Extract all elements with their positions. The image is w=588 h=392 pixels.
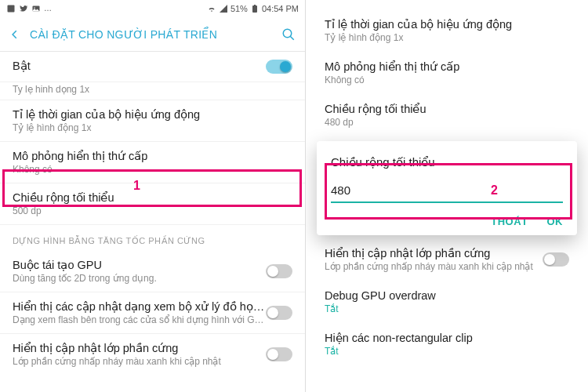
gpu-overdraw-row[interactable]: Debug GPU overdraw Tắt [306, 281, 588, 323]
non-rect-clip-row[interactable]: Hiện các non-rectangular clip Tắt [306, 323, 588, 365]
hw-layer-toggle[interactable] [266, 347, 292, 361]
left-screenshot: … 51% 04:54 PM CÀI ĐẶT CHO NGƯỜI PHÁT TR… [0, 0, 306, 392]
master-toggle-label: Bật [13, 60, 266, 72]
dialog-title: Chiều rộng tối thiểu [331, 155, 563, 169]
hw-layer-toggle-r[interactable] [543, 252, 569, 267]
force-gpu-row[interactable]: Buộc tái tạo GPU Dùng tăng tốc 2D trong … [0, 251, 305, 292]
gpu-view-updates-row[interactable]: Hiển thị các cập nhật dạng xem bộ xử lý … [0, 292, 305, 334]
svg-line-6 [290, 36, 294, 40]
svg-rect-4 [254, 5, 256, 5]
hw-layer-updates-row[interactable]: Hiển thị cập nhật lớp phần cứng Lớp phần… [0, 334, 305, 375]
battery-pct: 51% [230, 4, 248, 13]
cancel-button[interactable]: THOÁT [491, 216, 528, 227]
svg-point-2 [34, 7, 35, 9]
status-bar: … 51% 04:54 PM [0, 0, 305, 17]
master-toggle-row[interactable]: Bật [0, 52, 305, 82]
clock: 04:54 PM [262, 4, 299, 13]
secondary-display-row-r[interactable]: Mô phỏng hiển thị thứ cấp Không có [306, 52, 588, 94]
smallest-width-dialog: Chiều rộng tối thiểu THOÁT OK [317, 141, 577, 235]
animator-duration-row-r[interactable]: Tỉ lệ thời gian của bộ hiệu ứng động Tỷ … [306, 9, 588, 52]
right-screenshot: Tỉ lệ thời gian của bộ hiệu ứng động Tỷ … [306, 0, 588, 392]
clip-sub: Ty lẹ hinh dọng 1x [13, 84, 292, 95]
smallest-width-row-r[interactable]: Chiều rộng tối thiểu 480 dp [306, 94, 588, 136]
image-icon [31, 4, 41, 13]
app-header: CÀI ĐẶT CHO NGƯỜI PHÁT TRIỂN [0, 17, 305, 52]
master-toggle[interactable] [266, 60, 292, 74]
force-gpu-toggle[interactable] [266, 264, 292, 278]
back-icon[interactable] [9, 29, 20, 40]
smallest-width-row[interactable]: Chiều rộng tối thiểu 500 dp [0, 183, 305, 225]
annotation-number-2: 2 [491, 183, 498, 198]
notif-icon [6, 4, 16, 13]
signal-icon [219, 4, 228, 13]
animator-duration-row[interactable]: Tỉ lệ thời gian của bộ hiệu ứng động Tỷ … [0, 100, 305, 142]
annotation-number-1: 1 [133, 179, 140, 193]
battery-icon [250, 4, 260, 13]
search-icon[interactable] [281, 27, 296, 42]
svg-point-5 [283, 29, 292, 38]
hw-section-header: DỰNG HÌNH BẰNG TĂNG TỐC PHẦN CỨNG [0, 225, 305, 251]
page-title: CÀI ĐẶT CHO NGƯỜI PHÁT TRIỂN [30, 28, 217, 41]
gpu-view-toggle[interactable] [266, 306, 292, 320]
svg-rect-3 [252, 5, 257, 13]
twitter-icon [19, 4, 28, 13]
svg-rect-0 [8, 5, 15, 13]
wifi-icon [207, 4, 216, 13]
width-input[interactable] [331, 180, 563, 203]
secondary-display-row[interactable]: Mô phỏng hiển thị thứ cấp Không có [0, 142, 305, 183]
ok-button[interactable]: OK [547, 216, 564, 227]
hw-layer-row-r[interactable]: Hiển thị cập nhật lớp phần cứng Lớp phần… [306, 238, 588, 281]
